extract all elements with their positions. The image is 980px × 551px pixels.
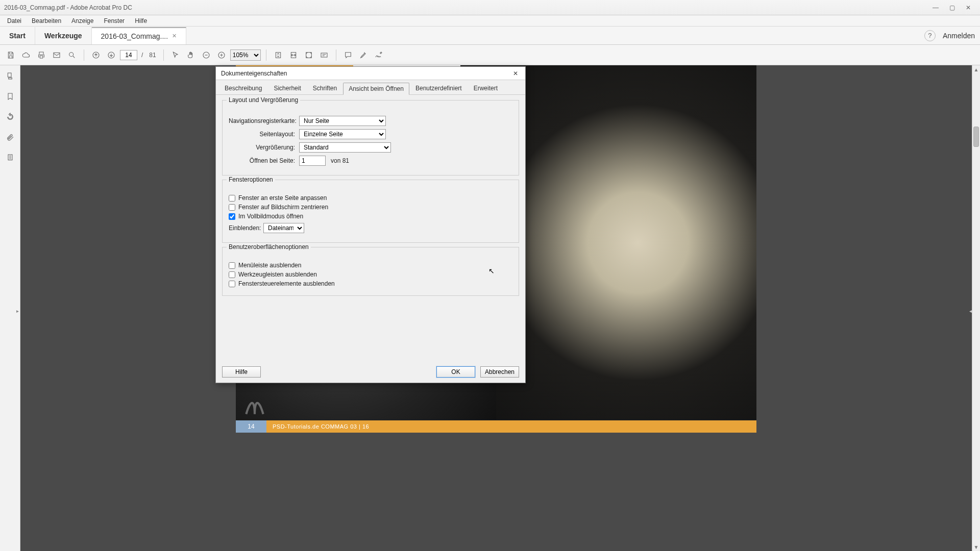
sidebar-left: ▸ — [0, 65, 20, 551]
watermark-logo-icon — [242, 393, 267, 418]
bookmarks-icon[interactable] — [5, 91, 16, 102]
tab-initial-view[interactable]: Ansicht beim Öffnen — [343, 83, 409, 95]
scroll-down-icon[interactable]: ▼ — [972, 543, 980, 551]
fit-visible-icon[interactable] — [302, 48, 315, 62]
magnification-select[interactable]: Standard — [299, 142, 391, 153]
menubar: Datei Bearbeiten Anzeige Fenster Hilfe — [0, 15, 980, 27]
menu-edit[interactable]: Bearbeiten — [28, 16, 65, 26]
chk-center-window-label: Fenster auf Bildschirm zentrieren — [238, 204, 328, 211]
chk-hide-menubar[interactable] — [229, 262, 235, 269]
pointer-icon[interactable] — [169, 48, 182, 62]
group-title: Benutzeroberflächenoptionen — [227, 243, 311, 251]
chk-fullscreen[interactable] — [229, 213, 235, 220]
tab-tools[interactable]: Werkzeuge — [35, 27, 92, 44]
chk-hide-toolbars-label: Werkzeugleisten ausblenden — [238, 271, 317, 278]
group-title: Layout und Vergrößerung — [227, 96, 300, 104]
openpage-total: von 81 — [331, 157, 349, 164]
attachments-icon[interactable] — [5, 132, 16, 143]
svg-rect-11 — [8, 78, 12, 79]
dialog-close-icon[interactable]: ✕ — [511, 69, 520, 78]
thumbnails-icon[interactable] — [5, 70, 16, 82]
page-separator: / — [141, 52, 143, 59]
chk-resize-window[interactable] — [229, 195, 235, 202]
chk-resize-window-label: Fenster an erste Seite anpassen — [238, 194, 327, 202]
help-button[interactable]: Hilfe — [222, 366, 261, 378]
footer-text: PSD-Tutorials.de COMMAG 03 | 16 — [273, 423, 369, 430]
comment-icon[interactable] — [341, 48, 355, 62]
read-mode-icon[interactable] — [317, 48, 331, 62]
highlight-icon[interactable] — [357, 48, 370, 62]
rotate-icon[interactable] — [5, 111, 16, 122]
document-properties-dialog: Dokumenteigenschaften ✕ Beschreibung Sic… — [215, 66, 526, 383]
tab-security[interactable]: Sicherheit — [268, 82, 306, 94]
footer-page-number: 14 — [236, 420, 266, 433]
window-title: 2016-03_Commag.pdf - Adobe Acrobat Pro D… — [4, 4, 132, 11]
menu-window[interactable]: Fenster — [100, 16, 129, 26]
menu-view[interactable]: Anzeige — [67, 16, 97, 26]
ok-button[interactable]: OK — [436, 366, 475, 378]
tab-advanced[interactable]: Erweitert — [468, 82, 503, 94]
chk-fullscreen-label: Im Vollbildmodus öffnen — [238, 213, 303, 220]
svg-rect-9 — [321, 53, 327, 57]
chk-hide-menubar-label: Menüleiste ausblenden — [238, 262, 301, 269]
magnification-label: Vergrößerung: — [229, 144, 295, 151]
svg-rect-0 — [54, 53, 60, 57]
tab-fonts[interactable]: Schriften — [307, 82, 342, 94]
help-icon[interactable]: ? — [924, 30, 936, 41]
zoom-select[interactable]: 105% — [230, 49, 261, 61]
signature-icon[interactable] — [372, 48, 385, 62]
chk-hide-window-controls-label: Fenstersteuerelemente ausblenden — [238, 280, 335, 287]
layout-label: Seitenlayout: — [229, 131, 295, 138]
zoom-out-icon[interactable] — [200, 48, 213, 62]
tab-document-label: 2016-03_Commag.... — [101, 32, 168, 40]
tab-close-icon[interactable]: ✕ — [172, 33, 177, 39]
sidebar-expand-handle[interactable]: ▸ — [16, 308, 19, 314]
tabbar: Start Werkzeuge 2016-03_Commag.... ✕ ? A… — [0, 27, 980, 45]
page-total: 81 — [149, 52, 156, 59]
dialog-button-row: Hilfe OK Abbrechen — [216, 362, 525, 383]
nav-label: Navigationsregisterkarte: — [229, 117, 295, 124]
page-number-input[interactable] — [120, 50, 137, 60]
menu-help[interactable]: Hilfe — [131, 16, 151, 26]
nav-select[interactable]: Nur Seite — [299, 116, 386, 126]
tab-document[interactable]: 2016-03_Commag.... ✕ — [92, 27, 187, 44]
layers-icon[interactable] — [5, 152, 16, 163]
minimize-icon[interactable]: — — [928, 3, 943, 13]
menu-file[interactable]: Datei — [3, 16, 26, 26]
svg-point-1 — [69, 52, 74, 56]
prev-page-icon[interactable] — [89, 48, 103, 62]
openpage-input[interactable] — [299, 156, 326, 166]
cloud-icon[interactable] — [19, 48, 33, 62]
fit-width-icon[interactable] — [287, 48, 300, 62]
vertical-scrollbar[interactable]: ▲ ▼ — [972, 65, 980, 551]
tab-start[interactable]: Start — [0, 27, 35, 44]
close-window-icon[interactable]: ✕ — [961, 3, 976, 13]
print-icon[interactable] — [35, 48, 48, 62]
openpage-label: Öffnen bei Seite: — [229, 157, 295, 164]
maximize-icon[interactable]: ▢ — [944, 3, 960, 13]
chk-center-window[interactable] — [229, 204, 235, 211]
dialog-tabs: Beschreibung Sicherheit Schriften Ansich… — [216, 80, 525, 95]
chk-hide-toolbars[interactable] — [229, 271, 235, 278]
layout-select[interactable]: Einzelne Seite — [299, 129, 386, 139]
fit-page-icon[interactable] — [272, 48, 285, 62]
hand-icon[interactable] — [184, 48, 198, 62]
save-icon[interactable] — [4, 48, 17, 62]
svg-rect-10 — [8, 73, 11, 77]
search-icon[interactable] — [65, 48, 79, 62]
dialog-title: Dokumenteigenschaften — [221, 70, 511, 77]
tab-description[interactable]: Beschreibung — [219, 82, 267, 94]
login-link[interactable]: Anmelden — [943, 32, 975, 40]
next-page-icon[interactable] — [105, 48, 118, 62]
tab-custom[interactable]: Benutzerdefiniert — [410, 82, 468, 94]
chk-hide-window-controls[interactable] — [229, 281, 235, 287]
scroll-thumb[interactable] — [973, 127, 979, 147]
cancel-button[interactable]: Abbrechen — [480, 366, 519, 378]
zoom-in-icon[interactable] — [215, 48, 228, 62]
mail-icon[interactable] — [50, 48, 63, 62]
scroll-up-icon[interactable]: ▲ — [972, 65, 980, 73]
right-panel-handle[interactable]: ◂ — [969, 308, 972, 314]
show-label: Einblenden: — [229, 224, 259, 232]
show-select[interactable]: Dateiname — [263, 223, 304, 233]
window-titlebar: 2016-03_Commag.pdf - Adobe Acrobat Pro D… — [0, 0, 980, 15]
